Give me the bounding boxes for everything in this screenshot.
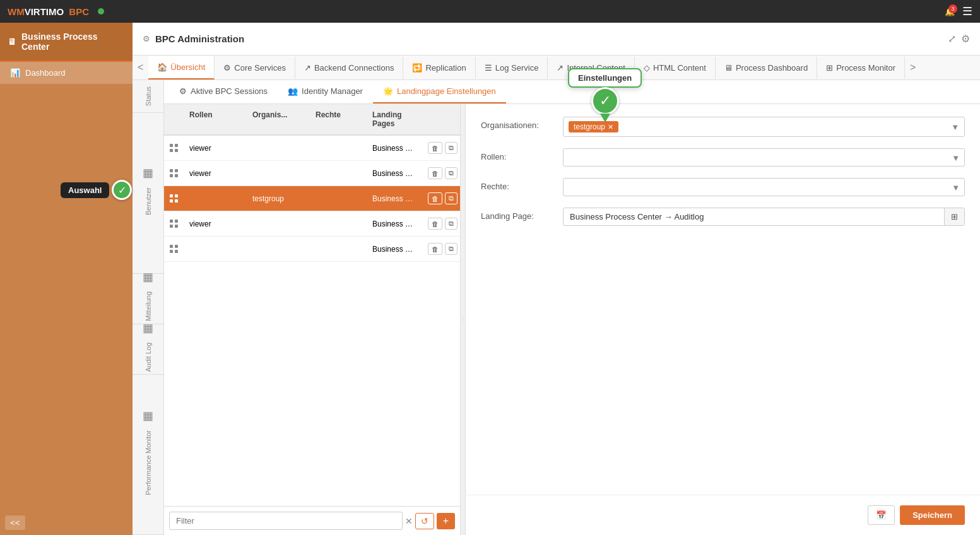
filter-add-button[interactable]: + — [437, 513, 455, 529]
copy-button[interactable]: ⧉ — [445, 243, 458, 255]
expand-button[interactable]: ⤢ — [948, 33, 956, 45]
core-services-icon: ⚙ — [223, 63, 231, 73]
sub-area: Status ▦ Benutzer ▦ Mitteilung — [133, 80, 980, 535]
landing-page-text: Business Process Center → Auditlog — [564, 208, 944, 225]
copy-button[interactable]: ⧉ — [445, 218, 458, 230]
calendar-button[interactable]: 📅 — [868, 505, 895, 525]
sidebar-header: 🖥 Business Process Center — [0, 23, 133, 62]
split-panel: Rollen Organis... Rechte Landing Pages — [164, 104, 980, 535]
table-row[interactable]: Business Process Cen... 🗑 ⧉ — [164, 237, 460, 262]
landing-page-input[interactable]: Business Process Center → Auditlog ⊞ — [563, 208, 965, 226]
tab-process-monitor[interactable]: ⊞ Process Monitor — [817, 57, 905, 79]
row-grid-icon — [170, 194, 179, 203]
table-row[interactable]: viewer Business Process Cen... 🗑 ⧉ — [164, 161, 460, 186]
settings-button[interactable]: ⚙ — [961, 33, 970, 45]
tab-backend-connections[interactable]: ↗ Backend Connections — [295, 57, 403, 79]
status-vert-label: Status — [145, 81, 152, 111]
detail-panel: Organisationen: testgroup ✕ — [466, 104, 980, 495]
sub-tab-identity-manager[interactable]: 👥 Identity Manager — [278, 80, 373, 103]
rollen-select[interactable] — [563, 148, 965, 167]
row-landing: Business Process Cen... — [367, 167, 420, 180]
landing-page-picker-button[interactable]: ⊞ — [944, 208, 964, 225]
data-table: Rollen Organis... Rechte Landing Pages — [164, 104, 460, 506]
nav-tabs: < 🏠 Übersicht ⚙ Core Services ↗ Backend … — [133, 56, 980, 80]
delete-button[interactable]: 🗑 — [428, 243, 442, 255]
delete-button[interactable]: 🗑 — [428, 167, 442, 179]
mitteilung-icon: ▦ — [143, 270, 153, 284]
sub-tab-active-sessions[interactable]: ⚙ Aktive BPC Sessions — [169, 80, 278, 103]
organisationen-dropdown-arrow[interactable]: ▼ — [951, 122, 959, 132]
organisationen-field: Organisationen: testgroup ✕ — [481, 117, 965, 137]
tab-core-services[interactable]: ⚙ Core Services — [215, 57, 295, 79]
rechte-wrapper: ▼ — [563, 178, 965, 196]
vert-tab-status[interactable]: Status — [133, 80, 163, 113]
collapse-sidebar-button[interactable]: << — [5, 515, 25, 530]
sub-tab-landingpage[interactable]: 🌟 Landingpage Einstellungen — [373, 80, 506, 103]
copy-button[interactable]: ⧉ — [445, 192, 458, 204]
copy-button[interactable]: ⧉ — [445, 167, 458, 179]
process-monitor-icon: ⊞ — [826, 63, 833, 73]
delete-button[interactable]: 🗑 — [428, 142, 442, 154]
row-role: viewer — [184, 167, 247, 180]
tab-replication[interactable]: 🔁 Replication — [403, 57, 475, 79]
nav-prev-button[interactable]: < — [133, 56, 148, 79]
vert-tab-mitteilung[interactable]: ▦ Mitteilung — [133, 274, 163, 324]
dashboard-icon: 📊 — [10, 68, 20, 78]
logo-bpc: BPC — [69, 6, 89, 17]
row-rights — [310, 146, 367, 151]
row-icon-cell — [164, 141, 184, 155]
rollen-field: Rollen: ▼ — [481, 148, 965, 167]
auswahl-check-icon: ✓ — [118, 184, 126, 196]
row-rights — [310, 171, 367, 176]
mitteilung-vert-label: Mitteilung — [145, 286, 152, 326]
sessions-icon: ⚙ — [179, 86, 187, 96]
tab-html-content[interactable]: ◇ HTML Content — [635, 57, 716, 79]
tab-log-service[interactable]: ☰ Log Service — [476, 57, 548, 79]
vert-tab-audit-log[interactable]: ▦ Audit Log — [133, 324, 163, 375]
copy-button[interactable]: ⧉ — [445, 142, 458, 154]
pin-shape: ✓ — [591, 87, 619, 122]
save-button[interactable]: Speichern — [900, 505, 965, 525]
row-role — [184, 247, 247, 252]
table-row[interactable]: viewer Business Process Cen... 🗑 ⧉ — [164, 211, 460, 237]
col-landing: Landing Pages — [367, 108, 420, 131]
delete-button[interactable]: 🗑 — [428, 192, 442, 204]
notification-bell[interactable]: 🔔 3 — [945, 7, 955, 16]
row-landing: Business Process Cen... — [367, 141, 420, 155]
row-icon-cell — [164, 242, 184, 256]
detail-wrapper: Organisationen: testgroup ✕ — [466, 104, 980, 535]
row-landing: Business Process Cen... — [367, 192, 420, 206]
tag-remove-button[interactable]: ✕ — [608, 123, 613, 131]
top-bar-right: 🔔 3 ☰ — [945, 4, 972, 18]
vert-tab-benutzer[interactable]: ▦ Benutzer — [133, 113, 163, 274]
tab-process-dashboard[interactable]: 🖥 Process Dashboard — [716, 57, 817, 79]
row-actions: 🗑 ⧉ — [420, 139, 460, 156]
sidebar-item-dashboard[interactable]: 📊 Dashboard — [0, 62, 133, 84]
table-row-selected[interactable]: testgroup Business Process Cen... 🗑 ⧉ — [164, 186, 460, 211]
sidebar-footer: << — [0, 510, 133, 535]
filter-reset-button[interactable]: ↺ — [415, 513, 434, 529]
table-area: Rollen Organis... Rechte Landing Pages — [164, 104, 461, 535]
rechte-select[interactable] — [563, 178, 965, 196]
vert-tab-performance-monitor[interactable]: ▦ Performance Monitor — [133, 375, 163, 536]
tab-ubersicht[interactable]: 🏠 Übersicht — [148, 56, 215, 79]
sidebar-item-label: Dashboard — [25, 68, 66, 78]
row-grid-icon — [170, 245, 179, 254]
performance-monitor-vert-label: Performance Monitor — [145, 425, 152, 500]
main-content: ⚙ BPC Administration ⤢ ⚙ < 🏠 Übersicht ⚙… — [133, 23, 980, 535]
pin-head: ✓ — [591, 87, 619, 115]
delete-button[interactable]: 🗑 — [428, 218, 442, 230]
rechte-value: ▼ — [563, 178, 965, 196]
filter-clear-button[interactable]: ✕ — [405, 516, 413, 526]
row-org — [247, 247, 310, 252]
menu-icon[interactable]: ☰ — [962, 4, 972, 18]
header-actions: ⤢ ⚙ — [948, 33, 970, 45]
html-icon: ◇ — [644, 63, 650, 73]
table-row[interactable]: viewer Business Process Cen... 🗑 ⧉ — [164, 136, 460, 161]
nav-next-button[interactable]: > — [905, 56, 921, 79]
panel-divider[interactable]: ⋮ — [461, 104, 466, 535]
row-org: testgroup — [247, 192, 310, 206]
row-role — [184, 196, 247, 201]
col-rechte: Rechte — [310, 108, 367, 131]
filter-input[interactable] — [169, 512, 403, 530]
